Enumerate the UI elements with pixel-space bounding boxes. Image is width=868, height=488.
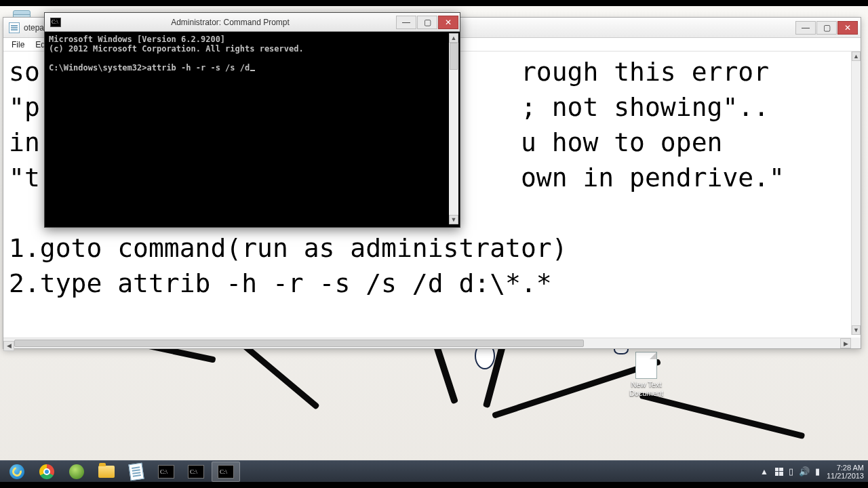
taskbar-chrome-button[interactable] <box>33 462 61 482</box>
internet-explorer-icon <box>9 464 24 479</box>
battery-icon[interactable]: ▯ <box>789 466 793 476</box>
desktop-file-new-text-document[interactable]: New Text Document <box>623 352 670 398</box>
system-tray[interactable]: ▯ 🔊 ▮ <box>775 466 820 476</box>
maximize-button[interactable]: ▢ <box>417 16 437 29</box>
letterbox-bottom <box>0 482 868 488</box>
chrome-icon <box>39 464 54 479</box>
clock-time: 7:28 AM <box>827 464 864 472</box>
minimize-button[interactable]: — <box>396 16 416 29</box>
scroll-thumb[interactable] <box>14 340 584 347</box>
folder-icon <box>98 466 115 478</box>
minimize-button[interactable]: — <box>795 21 816 35</box>
cursor <box>250 70 255 71</box>
command-prompt-window[interactable]: Administrator: Command Prompt — ▢ ✕ Micr… <box>44 12 460 228</box>
scroll-left-arrow-icon[interactable]: ◀ <box>3 341 14 351</box>
action-center-icon[interactable] <box>775 468 783 476</box>
notepad-horizontal-scrollbar[interactable]: ◀ ▶ <box>3 338 851 348</box>
menu-file[interactable]: File <box>6 39 30 51</box>
scroll-thumb[interactable] <box>450 43 458 70</box>
taskbar-clock[interactable]: 7:28 AM 11/21/2013 <box>827 464 864 480</box>
decoration <box>639 392 806 439</box>
tray-overflow-icon[interactable]: ▲ <box>760 467 768 476</box>
desktop-file-label: New Text Document <box>623 380 670 398</box>
taskbar-ie-button[interactable] <box>3 462 31 482</box>
notepad-vertical-scrollbar[interactable]: ▲ ▼ <box>851 52 861 335</box>
cmd-output-area[interactable]: Microsoft Windows [Version 6.2.9200] (c)… <box>47 33 449 224</box>
cmd-icon <box>188 465 204 479</box>
taskbar-cmd-button-2[interactable] <box>182 462 210 482</box>
close-button[interactable]: ✕ <box>438 16 458 29</box>
scroll-right-arrow-icon[interactable]: ▶ <box>840 338 851 348</box>
scroll-down-arrow-icon[interactable]: ▼ <box>449 215 458 224</box>
maximize-button[interactable]: ▢ <box>816 21 837 35</box>
cmd-titlebar[interactable]: Administrator: Command Prompt — ▢ ✕ <box>45 13 460 32</box>
bittorrent-icon <box>69 464 84 479</box>
taskbar-bittorrent-button[interactable] <box>62 462 91 482</box>
clock-date: 11/21/2013 <box>827 472 864 480</box>
desktop[interactable]: New Text Document otepad — ▢ ✕ File Edit… <box>0 6 868 482</box>
cmd-vertical-scrollbar[interactable]: ▲ ▼ <box>449 33 458 224</box>
cmd-line: (c) 2012 Microsoft Corporation. All righ… <box>49 44 304 54</box>
notepad-line: 1.goto command(run as administrator) <box>9 233 568 263</box>
letterbox-top <box>0 0 868 6</box>
cmd-title: Administrator: Command Prompt <box>65 18 395 27</box>
cmd-icon <box>50 18 61 27</box>
notepad-icon <box>128 462 144 481</box>
scroll-up-arrow-icon[interactable]: ▲ <box>852 52 861 61</box>
network-icon[interactable]: ▮ <box>815 466 820 476</box>
file-icon <box>635 352 657 379</box>
taskbar-cmd-button-active[interactable] <box>212 462 240 482</box>
volume-icon[interactable]: 🔊 <box>799 466 810 476</box>
taskbar-notepad-button[interactable] <box>122 462 151 482</box>
taskbar[interactable]: ▲ ▯ 🔊 ▮ 7:28 AM 11/21/2013 <box>0 460 868 482</box>
close-button[interactable]: ✕ <box>837 21 858 35</box>
taskbar-explorer-button[interactable] <box>92 462 121 482</box>
taskbar-cmd-button[interactable] <box>152 462 180 482</box>
cmd-icon <box>218 465 234 479</box>
notepad-line: 2.type attrib -h -r -s /s /d d:\*.* <box>9 268 552 298</box>
cmd-icon <box>158 465 174 479</box>
notepad-icon <box>9 22 20 33</box>
scroll-up-arrow-icon[interactable]: ▲ <box>449 33 458 43</box>
cmd-line: Microsoft Windows [Version 6.2.9200] <box>49 35 225 44</box>
cmd-line: C:\Windows\system32>attrib -h -r -s /s /… <box>49 63 250 73</box>
scroll-down-arrow-icon[interactable]: ▼ <box>852 325 861 335</box>
scrollbar-corner <box>851 338 861 348</box>
